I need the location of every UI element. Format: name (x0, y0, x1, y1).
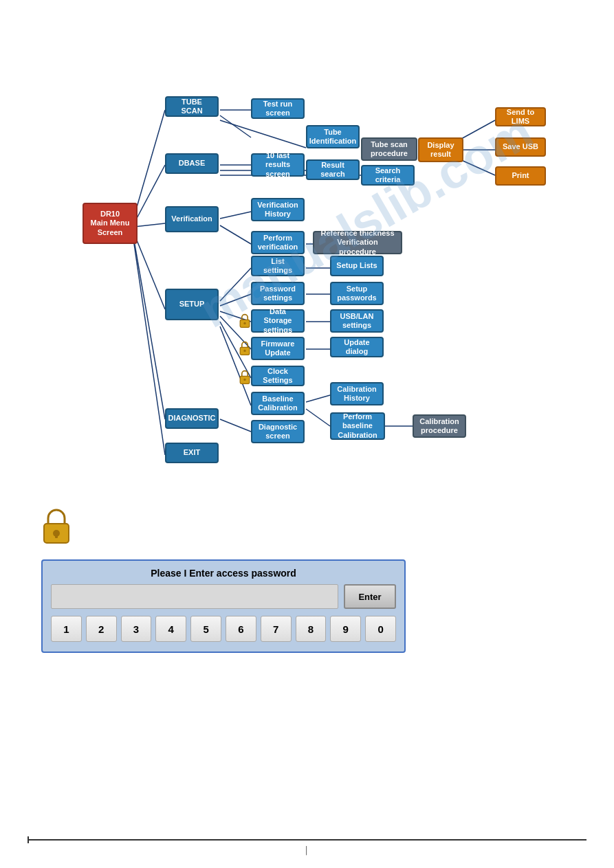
datastoragesettings-node: Data Storage settings (251, 309, 305, 333)
password-dialog: Please I Enter access password Enter 123… (41, 559, 406, 653)
password-section: Please I Enter access password Enter 123… (41, 509, 406, 653)
svg-rect-41 (55, 533, 58, 538)
listsettings-node: List settings (251, 256, 305, 276)
svg-line-2 (134, 223, 165, 227)
diagram: manualslib.com (0, 41, 614, 509)
svg-line-0 (134, 110, 165, 216)
numpad-btn-2[interactable]: 2 (86, 616, 117, 642)
numpad-btn-0[interactable]: 0 (365, 616, 396, 642)
refthick-node: Reference thickness Verification procedu… (313, 231, 402, 254)
svg-line-1 (134, 165, 165, 223)
baselinecalib-node: Baseline Calibration (251, 392, 305, 415)
print-node: Print (495, 166, 546, 186)
dbase-node: DBASE (165, 153, 219, 174)
lastresults-node: 10 last results screen (251, 153, 305, 177)
tubescanproc-node: Tube scan procedure (361, 137, 417, 161)
password-input-display (51, 584, 338, 609)
lock-big-icon (41, 509, 72, 544)
svg-point-38 (243, 379, 245, 381)
performverif-node: Perform verification (251, 231, 305, 254)
diagnostic-node: DIAGNOSTIC (165, 408, 219, 429)
resultsearch-node: Result search (306, 159, 360, 180)
svg-point-36 (243, 350, 245, 352)
svg-line-16 (220, 212, 251, 219)
svg-line-5 (134, 244, 165, 455)
svg-line-20 (220, 294, 251, 306)
svg-line-32 (220, 419, 251, 432)
svg-line-17 (220, 225, 251, 244)
svg-line-4 (134, 241, 165, 419)
svg-line-8 (220, 120, 306, 148)
numpad-btn-9[interactable]: 9 (330, 616, 361, 642)
svg-line-3 (134, 234, 165, 309)
numpad-btn-8[interactable]: 8 (296, 616, 327, 642)
tubescan-node: TUBE SCAN (165, 96, 219, 117)
saveusb-node: Save USB (495, 137, 546, 157)
setup-node: SETUP (165, 289, 219, 320)
svg-line-24 (220, 326, 251, 405)
dialog-title: Please I Enter access password (51, 568, 396, 579)
svg-point-34 (243, 322, 245, 324)
numpad: 1234567890 (51, 616, 396, 642)
main-menu-node: DR10 Main Menu Screen (83, 203, 138, 244)
updatedialog-node: Update dialog (330, 337, 384, 357)
diagnosticscreen-node: Diagnostic screen (251, 420, 305, 443)
numpad-btn-5[interactable]: 5 (190, 616, 221, 642)
displayresult-node: Display result (418, 137, 463, 162)
clocksettings-node: Clock Settings (251, 366, 305, 386)
verificationhist-node: Verification History (251, 198, 305, 221)
numpad-btn-1[interactable]: 1 (51, 616, 82, 642)
setuplists-node: Setup Lists (330, 256, 384, 276)
usblan-node: USB/LAN settings (330, 309, 384, 333)
numpad-btn-3[interactable]: 3 (121, 616, 152, 642)
passwordsettings-node: Password settings (251, 282, 305, 305)
page-number: │ (305, 846, 309, 854)
enter-button[interactable]: Enter (344, 584, 396, 609)
sendlims-node: Send to LIMS (495, 107, 546, 126)
svg-line-7 (220, 115, 251, 137)
calibprocedure-node: Calibration procedure (413, 414, 466, 438)
bottom-rule-line2 (28, 836, 29, 843)
numpad-btn-7[interactable]: 7 (261, 616, 292, 642)
tubeident-node: Tube Identification (306, 125, 360, 148)
numpad-btn-4[interactable]: 4 (155, 616, 186, 642)
bottom-rule (28, 839, 586, 841)
performbaseline-node: Perform baseline Calibration (330, 412, 385, 440)
svg-line-30 (306, 409, 330, 426)
svg-line-19 (220, 268, 251, 301)
firmwareupdate-node: Firmware Update (251, 337, 305, 360)
exit-node: EXIT (165, 443, 219, 463)
numpad-btn-6[interactable]: 6 (226, 616, 256, 642)
setuppasswords-node: Setup passwords (330, 282, 384, 305)
searchcriteria-node: Search criteria (361, 165, 415, 186)
calibhistory-node: Calibration History (330, 382, 384, 405)
svg-line-29 (306, 395, 330, 402)
testrun-node: Test run screen (251, 98, 305, 119)
verification-node: Verification (165, 206, 219, 232)
